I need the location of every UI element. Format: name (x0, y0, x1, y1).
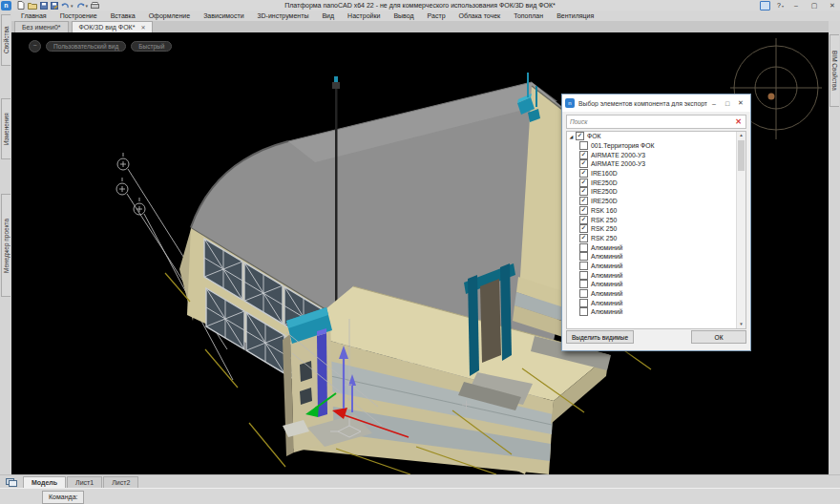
checkbox[interactable]: ✓ (579, 178, 588, 187)
document-tab-label: ФОК/3D вид ФОК* (79, 24, 136, 31)
maximize-button[interactable]: ▢ (808, 2, 820, 10)
checkbox[interactable] (579, 289, 588, 298)
checkbox[interactable] (579, 252, 588, 261)
viewport-collapse-button[interactable]: − (29, 40, 41, 52)
dialog-maximize-button[interactable]: □ (721, 100, 734, 107)
app-logo-icon[interactable]: n (1, 1, 11, 10)
checkbox[interactable] (579, 280, 588, 288)
print-icon[interactable] (91, 2, 99, 10)
document-tab[interactable]: Без имени0* (14, 21, 69, 32)
command-line-bar[interactable]: Команда: (0, 488, 840, 504)
dialog-search-input[interactable] (567, 118, 731, 125)
ribbon-tab-Вентиляция[interactable]: Вентиляция (556, 12, 594, 19)
viewport-style-button[interactable]: Быстрый (131, 41, 172, 52)
dialog-close-button[interactable]: ✕ (734, 99, 747, 107)
ribbon-tab-Топоплан[interactable]: Топоплан (514, 12, 543, 19)
sheet-tab-Лист1[interactable]: Лист1 (67, 476, 102, 489)
close-button[interactable]: ✕ (827, 2, 838, 10)
tab-close-icon[interactable]: ✕ (140, 24, 145, 31)
scroll-down-icon[interactable]: ▼ (737, 321, 746, 328)
tree-item[interactable]: ✓AIRMATE 2000-У3 (567, 150, 746, 159)
ribbon-tab-Вывод[interactable]: Вывод (393, 12, 413, 19)
ribbon-tab-3D-инструменты[interactable]: 3D-инструменты (258, 12, 309, 19)
tree-item[interactable]: Алюминий (567, 270, 746, 280)
ribbon-tab-Растр[interactable]: Растр (428, 12, 446, 19)
ribbon-tab-Главная[interactable]: Главная (21, 12, 47, 19)
tree-item[interactable]: ✓IRE250D (567, 178, 746, 187)
layout-icon[interactable] (6, 478, 17, 487)
tree-item[interactable]: Алюминий (567, 298, 746, 307)
checkbox[interactable] (579, 141, 588, 150)
license-icon[interactable] (760, 1, 770, 10)
dialog-minimize-button[interactable]: – (707, 100, 721, 107)
checkbox[interactable]: ✓ (579, 224, 588, 233)
redo-dropdown-icon[interactable]: ▾ (86, 3, 89, 9)
tree-scrollbar[interactable]: ▲ ▼ (736, 132, 746, 328)
checkbox[interactable]: ✓ (579, 169, 588, 178)
expander-icon[interactable]: ◢ (567, 134, 576, 139)
tree-item[interactable]: Алюминий (567, 289, 746, 299)
ok-button[interactable]: ОК (691, 330, 746, 344)
undo-icon[interactable] (61, 2, 70, 10)
tree-item[interactable]: ✓RSK 250 (567, 224, 746, 234)
select-visible-button[interactable]: Выделить видимые (566, 330, 634, 344)
ribbon-tab-Построение[interactable]: Построение (60, 12, 97, 19)
document-tab[interactable]: ФОК/3D вид ФОК*✕ (72, 21, 154, 32)
ribbon-tab-Оформление[interactable]: Оформление (149, 12, 190, 19)
tree-item[interactable]: ✓IRE250D (567, 187, 746, 197)
ribbon-tab-Облака точек[interactable]: Облака точек (459, 12, 501, 19)
sheet-tab-Лист2[interactable]: Лист2 (103, 476, 138, 489)
checkbox[interactable]: ✓ (579, 216, 588, 224)
ribbon-tab-Вид[interactable]: Вид (322, 12, 334, 19)
tree-item[interactable]: ✓RSK 160 (567, 206, 746, 216)
tree-item[interactable]: Алюминий (567, 280, 746, 289)
checkbox[interactable] (579, 262, 588, 270)
checkbox[interactable]: ✓ (579, 159, 588, 168)
sheet-tab-Модель[interactable]: Модель (23, 476, 66, 489)
tree-item[interactable]: ✓RSK 250 (567, 234, 746, 243)
help-icon[interactable]: ? ▾ (777, 2, 784, 9)
tree-item[interactable]: ◢✓ФОК (567, 132, 746, 141)
tree-item[interactable]: Алюминий (567, 262, 746, 271)
checkbox[interactable] (579, 243, 588, 252)
scroll-thumb[interactable] (738, 140, 745, 171)
checkbox[interactable]: ✓ (579, 151, 588, 159)
save-as-icon[interactable] (51, 2, 58, 10)
tree-item-label: RSK 250 (591, 217, 617, 223)
open-folder-icon[interactable] (28, 2, 37, 10)
tree-item[interactable]: 001.Территория ФОК (567, 141, 746, 151)
command-prompt[interactable]: Команда: (42, 491, 84, 504)
ribbon-tab-Настройки[interactable]: Настройки (347, 12, 380, 19)
minimize-button[interactable]: – (790, 2, 802, 9)
checkbox[interactable]: ✓ (579, 206, 588, 215)
save-icon[interactable] (40, 2, 48, 10)
new-document-icon[interactable] (17, 1, 25, 10)
checkbox[interactable] (579, 299, 588, 307)
scroll-up-icon[interactable]: ▲ (737, 132, 746, 139)
right-panel-tab-1[interactable]: BIM Свойства (830, 34, 839, 107)
ribbon-tab-Вставка[interactable]: Вставка (111, 12, 136, 19)
undo-dropdown-icon[interactable]: ▾ (71, 3, 74, 9)
checkbox[interactable]: ✓ (576, 132, 584, 140)
search-clear-icon[interactable]: ✕ (731, 117, 746, 126)
left-panel-tab-1[interactable]: Свойства (1, 14, 10, 66)
component-tree[interactable]: ▲ ▼ ◢✓ФОК001.Территория ФОК✓AIRMATE 2000… (566, 131, 746, 329)
left-panel-tab-3[interactable]: Менеджер проекта (1, 194, 10, 297)
tree-item[interactable]: Алюминий (567, 252, 746, 262)
redo-icon[interactable] (76, 2, 85, 10)
tree-item[interactable]: Алюминий (567, 242, 746, 252)
checkbox[interactable] (579, 307, 588, 316)
dialog-titlebar[interactable]: n Выбор элементов компонента для экспорт… (562, 94, 750, 112)
ribbon-tab-Зависимости[interactable]: Зависимости (203, 12, 243, 19)
checkbox[interactable]: ✓ (579, 234, 588, 242)
tree-item[interactable]: ✓AIRMATE 2000-У3 (567, 159, 746, 169)
checkbox[interactable] (579, 271, 588, 280)
tree-item[interactable]: ✓IRE160D (567, 169, 746, 178)
checkbox[interactable]: ✓ (579, 197, 588, 205)
tree-item[interactable]: Алюминий (567, 307, 746, 317)
checkbox[interactable]: ✓ (579, 187, 588, 196)
tree-item[interactable]: ✓RSK 250 (567, 215, 746, 224)
left-panel-tab-2[interactable]: Изменения (1, 98, 10, 159)
tree-item[interactable]: ✓IRE250D (567, 197, 746, 206)
viewport-view-button[interactable]: Пользовательский вид (46, 41, 126, 52)
